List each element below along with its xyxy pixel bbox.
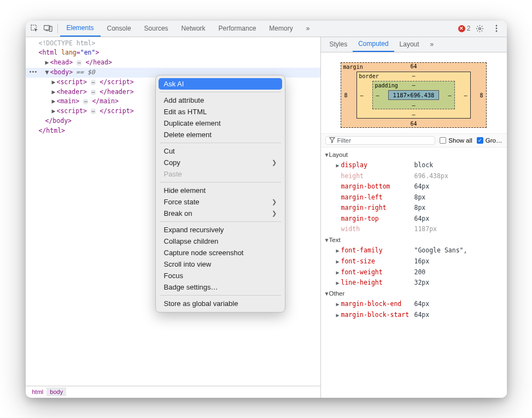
prop-row[interactable]: ▶font-weight200 (324, 267, 504, 278)
dom-header[interactable]: <header> (57, 88, 87, 96)
subtab-computed[interactable]: Computed (353, 37, 394, 52)
subtab-layout[interactable]: Layout (394, 37, 425, 52)
group-checkbox[interactable]: ✓Gro… (477, 137, 502, 144)
filter-bar: Filter Show all ✓Gro… (321, 133, 507, 148)
tab-sources[interactable]: Sources (138, 21, 175, 37)
prop-row[interactable]: ▶displayblock (324, 160, 504, 171)
ctx-item: Paste (159, 168, 282, 180)
tab-network[interactable]: Network (175, 21, 212, 37)
error-number: 2 (467, 25, 471, 32)
ctx-item[interactable]: Collapse children (159, 236, 282, 247)
svg-point-4 (479, 27, 481, 30)
dom-body-close[interactable]: </body> (45, 117, 72, 125)
prop-row[interactable]: ▶line-height32px (324, 278, 504, 289)
filter-input[interactable]: Filter (325, 136, 436, 145)
ctx-item[interactable]: Ask AI (159, 78, 282, 90)
ctx-separator (160, 182, 281, 182)
styles-panel: Styles Computed Layout » margin 64 64 8 … (321, 37, 507, 398)
bm-margin-label: margin (343, 64, 363, 70)
box-model[interactable]: margin 64 64 8 8 border – – – – paddin (321, 52, 507, 133)
ctx-separator (160, 295, 281, 296)
svg-point-7 (495, 31, 497, 32)
ctx-separator (160, 92, 281, 92)
ctx-item[interactable]: Focus (159, 270, 282, 281)
dom-html-open[interactable]: <html lang="en"> (39, 49, 100, 56)
prop-row[interactable]: width1187px (324, 224, 504, 235)
dom-html-close[interactable]: </html> (39, 127, 66, 134)
ctx-separator (160, 143, 281, 143)
computed-properties[interactable]: ▼Layout▶displayblockheight696.438pxmargi… (321, 148, 507, 398)
tab-memory[interactable]: Memory (262, 21, 299, 37)
more-icon[interactable] (490, 22, 502, 34)
context-menu: Ask AIAdd attributeEdit as HTMLDuplicate… (155, 75, 285, 313)
bm-border-label: border (359, 73, 379, 79)
prop-row[interactable]: ▶margin-block-end64px (324, 299, 504, 310)
divider (57, 23, 58, 33)
prop-row[interactable]: ▶font-size16px (324, 256, 504, 267)
settings-icon[interactable] (474, 22, 486, 34)
main-toolbar: Elements Console Sources Network Perform… (26, 21, 507, 37)
ctx-item[interactable]: Expand recursively (159, 224, 282, 236)
styles-tabs: Styles Computed Layout » (321, 37, 507, 52)
tabs-overflow[interactable]: » (300, 21, 317, 37)
ctx-item[interactable]: Capture node screenshot (159, 247, 282, 258)
breadcrumb: html body (26, 386, 320, 398)
ctx-item[interactable]: Scroll into view (159, 258, 282, 270)
error-icon: ✕ (458, 25, 465, 32)
prop-group[interactable]: ▼Other (324, 289, 504, 299)
ctx-item[interactable]: Duplicate element (159, 117, 282, 129)
ctx-item[interactable]: Copy❯ (159, 157, 282, 168)
tab-elements[interactable]: Elements (60, 21, 101, 37)
tab-console[interactable]: Console (101, 21, 138, 37)
bm-content: 1187×696.438 (388, 90, 440, 100)
prop-row[interactable]: height696.438px (324, 171, 504, 182)
ctx-separator (160, 221, 281, 222)
svg-rect-2 (45, 31, 48, 31)
tab-performance[interactable]: Performance (212, 21, 263, 37)
subtabs-overflow[interactable]: » (425, 37, 440, 52)
ctx-item[interactable]: Break on❯ (159, 208, 282, 219)
breadcrumb-html[interactable]: html (29, 387, 47, 396)
ctx-item[interactable]: Hide element (159, 185, 282, 196)
gutter-dots: ••• (29, 68, 37, 76)
prop-row[interactable]: ▶margin-block-start64px (324, 310, 504, 321)
main-tabs: Elements Console Sources Network Perform… (60, 21, 458, 37)
prop-row[interactable]: margin-bottom64px (324, 181, 504, 192)
bm-padding-label: padding (375, 83, 398, 89)
ctx-item[interactable]: Delete element (159, 129, 282, 140)
error-count[interactable]: ✕ 2 (458, 25, 471, 32)
ctx-item[interactable]: Add attribute (159, 95, 282, 106)
dom-main[interactable]: <main> (57, 97, 80, 105)
inspect-icon[interactable] (29, 22, 41, 34)
filter-icon (329, 137, 335, 143)
ctx-item[interactable]: Edit as HTML (159, 106, 282, 117)
prop-group[interactable]: ▼Text (324, 235, 504, 246)
prop-row[interactable]: ▶font-family"Google Sans", (324, 245, 504, 256)
device-icon[interactable] (42, 22, 54, 34)
dom-doctype[interactable]: <!DOCTYPE html> (39, 39, 96, 47)
svg-point-6 (495, 28, 497, 30)
prop-group[interactable]: ▼Layout (324, 150, 504, 161)
show-all-checkbox[interactable]: Show all (440, 137, 472, 144)
dom-script2[interactable]: <script> (57, 107, 87, 115)
ctx-item[interactable]: Store as global variable (159, 298, 282, 309)
ctx-item[interactable]: Cut (159, 145, 282, 157)
ctx-item[interactable]: Force state❯ (159, 196, 282, 208)
prop-row[interactable]: margin-top64px (324, 214, 504, 225)
dom-head[interactable]: <head> (50, 58, 73, 66)
svg-point-5 (495, 25, 497, 27)
dom-script1[interactable]: <script> (57, 78, 87, 86)
subtab-styles[interactable]: Styles (324, 37, 353, 52)
prop-row[interactable]: margin-left8px (324, 192, 504, 203)
ctx-item[interactable]: Badge settings… (159, 281, 282, 293)
prop-row[interactable]: margin-right8px (324, 203, 504, 214)
breadcrumb-body[interactable]: body (46, 387, 66, 396)
devtools-window: Elements Console Sources Network Perform… (26, 21, 507, 398)
